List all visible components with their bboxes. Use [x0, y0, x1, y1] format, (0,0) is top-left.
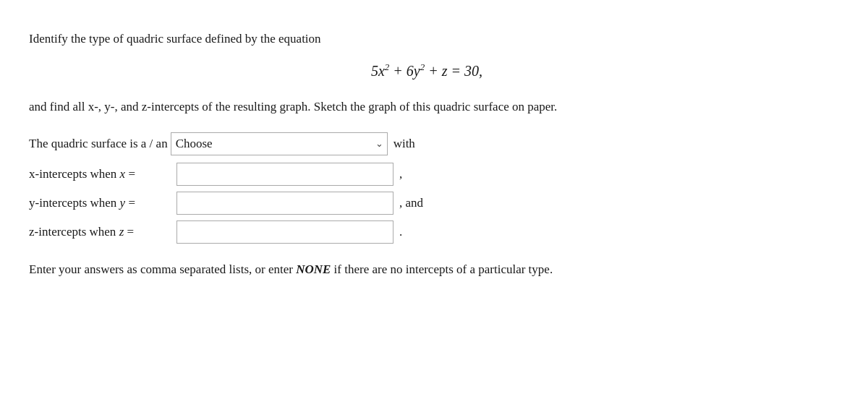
z-intercept-row: z-intercepts when z = .	[29, 220, 825, 244]
intro-text: Identify the type of quadric surface def…	[29, 29, 825, 48]
y-suffix: , and	[399, 196, 423, 210]
y-intercept-row: y-intercepts when y = , and	[29, 192, 825, 215]
z-intercept-input[interactable]	[176, 220, 393, 244]
z-suffix: .	[399, 225, 402, 239]
x-intercept-input[interactable]	[176, 163, 393, 186]
none-keyword: NONE	[296, 262, 331, 276]
surface-type-line: The quadric surface is a / an ChooseElli…	[29, 132, 825, 155]
y-intercept-input[interactable]	[176, 192, 393, 215]
surface-type-dropdown[interactable]: ChooseEllipsoidElliptic ParaboloidHyperb…	[171, 132, 388, 155]
surface-suffix-label: with	[393, 137, 415, 151]
y-intercept-label: y-intercepts when y =	[29, 196, 174, 210]
x-suffix: ,	[399, 167, 402, 181]
x-intercept-label: x-intercepts when x =	[29, 167, 174, 181]
equation-block: 5x2 + 6y2 + z = 30,	[29, 61, 825, 80]
footer-text: Enter your answers as comma separated li…	[29, 260, 825, 279]
x-intercept-row: x-intercepts when x = ,	[29, 163, 825, 186]
footer-text-part1: Enter your answers as comma separated li…	[29, 262, 296, 276]
z-intercept-label: z-intercepts when z =	[29, 225, 174, 239]
surface-prefix-label: The quadric surface is a / an	[29, 137, 168, 151]
dropdown-wrapper: ChooseEllipsoidElliptic ParaboloidHyperb…	[171, 132, 388, 155]
footer-text-part2: if there are no intercepts of a particul…	[331, 262, 553, 276]
body-text: and find all x-, y-, and z-intercepts of…	[29, 97, 825, 118]
